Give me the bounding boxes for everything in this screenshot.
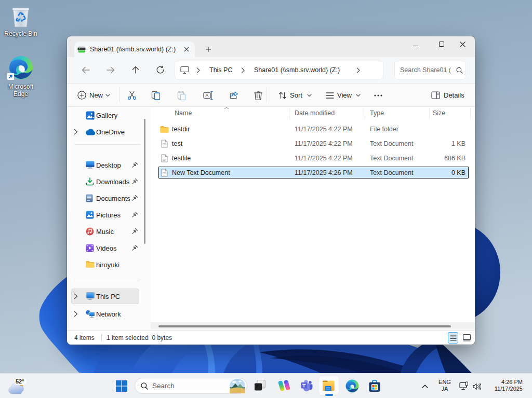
svg-text:A: A — [205, 93, 208, 98]
